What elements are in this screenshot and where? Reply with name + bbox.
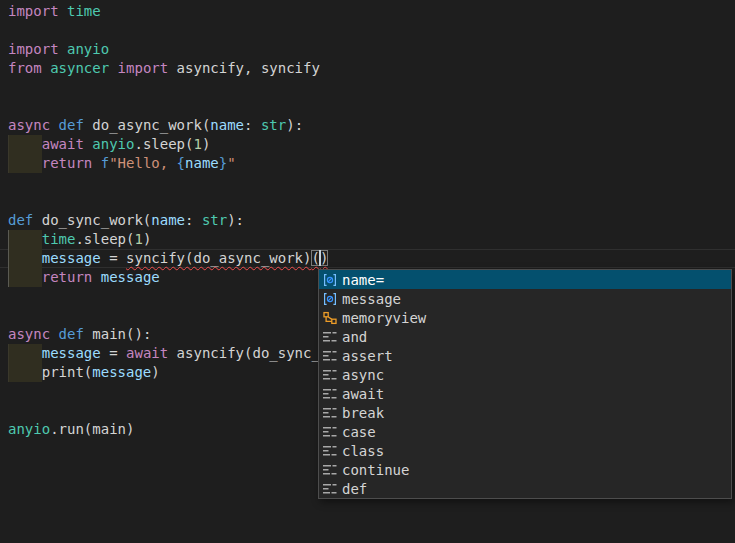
code-token: name bbox=[151, 212, 185, 228]
code-token: time bbox=[67, 3, 101, 19]
code-line[interactable]: async def do_async_work(name: str): bbox=[0, 116, 735, 135]
keyword-symbol-icon bbox=[322, 367, 338, 383]
suggest-item-case[interactable]: case bbox=[319, 422, 731, 441]
code-token: ) bbox=[143, 231, 151, 247]
code-line-text: return message bbox=[8, 269, 160, 285]
code-token: syncify(do_async_work) bbox=[126, 250, 311, 266]
code-token: def bbox=[59, 117, 84, 133]
code-token: str bbox=[202, 212, 227, 228]
code-token bbox=[42, 60, 50, 76]
code-token bbox=[8, 345, 42, 361]
keyword-symbol-icon bbox=[322, 348, 338, 364]
code-token: = bbox=[101, 345, 126, 361]
code-token: time bbox=[42, 231, 76, 247]
code-token: : bbox=[244, 117, 261, 133]
code-token: ) bbox=[202, 136, 210, 152]
code-token: message bbox=[42, 250, 101, 266]
code-token: .sleep( bbox=[75, 231, 134, 247]
code-line[interactable] bbox=[0, 97, 735, 116]
code-line-text: anyio.run(main) bbox=[8, 421, 134, 437]
code-line-text: message = await asyncify(do_sync_ bbox=[8, 345, 320, 361]
code-token: name bbox=[210, 117, 244, 133]
suggest-item-assert[interactable]: assert bbox=[319, 346, 731, 365]
suggest-item-label: await bbox=[342, 386, 384, 402]
autocomplete-dropdown: name= message memoryview and assert asyn… bbox=[318, 269, 732, 499]
code-line[interactable]: import time bbox=[0, 2, 735, 21]
code-line-text: import anyio bbox=[8, 41, 109, 57]
code-token: from bbox=[8, 60, 42, 76]
code-token bbox=[92, 155, 100, 171]
text-cursor bbox=[319, 250, 321, 266]
code-line[interactable] bbox=[0, 78, 735, 97]
code-token bbox=[92, 269, 100, 285]
code-line-text: async def do_async_work(name: str): bbox=[8, 117, 303, 133]
code-token: str bbox=[261, 117, 286, 133]
code-token: anyio bbox=[8, 421, 50, 437]
code-line[interactable] bbox=[0, 21, 735, 40]
code-token: asyncify(do_sync_ bbox=[168, 345, 320, 361]
code-token: return bbox=[42, 155, 93, 171]
suggest-item-async[interactable]: async bbox=[319, 365, 731, 384]
code-token: main(): bbox=[84, 326, 151, 342]
suggest-item-label: class bbox=[342, 443, 384, 459]
code-line[interactable] bbox=[0, 192, 735, 211]
code-line-text: time.sleep(1) bbox=[8, 231, 151, 247]
code-line[interactable]: time.sleep(1) bbox=[0, 230, 735, 249]
code-line-text: def do_sync_work(name: str): bbox=[8, 212, 244, 228]
code-token: message bbox=[92, 364, 151, 380]
code-editor[interactable]: import timeimport anyiofrom asyncer impo… bbox=[0, 0, 735, 543]
code-token: await bbox=[42, 136, 84, 152]
suggest-item-def[interactable]: def bbox=[319, 479, 731, 498]
suggest-item-await[interactable]: await bbox=[319, 384, 731, 403]
code-token: asyncer bbox=[50, 60, 109, 76]
matched-bracket: ) bbox=[320, 250, 328, 266]
suggest-item-memoryview[interactable]: memoryview bbox=[319, 308, 731, 327]
code-line[interactable]: import anyio bbox=[0, 40, 735, 59]
code-token: } bbox=[219, 155, 227, 171]
keyword-symbol-icon bbox=[322, 481, 338, 497]
code-token: import bbox=[8, 3, 59, 19]
suggest-item-label: assert bbox=[342, 348, 393, 364]
code-line-text: message = syncify(do_async_work)() bbox=[8, 250, 328, 266]
code-token: await bbox=[126, 345, 168, 361]
code-line[interactable]: def do_sync_work(name: str): bbox=[0, 211, 735, 230]
suggest-item-label: def bbox=[342, 481, 367, 497]
suggest-item-class[interactable]: class bbox=[319, 441, 731, 460]
code-line-current[interactable]: message = syncify(do_async_work)() bbox=[0, 249, 735, 268]
variable-symbol-icon bbox=[322, 272, 338, 288]
code-token: message bbox=[101, 269, 160, 285]
code-line[interactable]: return f"Hello, {name}" bbox=[0, 154, 735, 173]
suggest-item-message[interactable]: message bbox=[319, 289, 731, 308]
code-token: anyio bbox=[92, 136, 134, 152]
suggest-item-name[interactable]: name= bbox=[319, 270, 731, 289]
code-token bbox=[8, 136, 42, 152]
suggest-item-continue[interactable]: continue bbox=[319, 460, 731, 479]
suggest-item-label: name= bbox=[342, 272, 384, 288]
code-line[interactable]: await anyio.sleep(1) bbox=[0, 135, 735, 154]
suggest-item-and[interactable]: and bbox=[319, 327, 731, 346]
suggest-item-label: and bbox=[342, 329, 367, 345]
suggest-item-label: continue bbox=[342, 462, 409, 478]
code-token: : bbox=[185, 212, 202, 228]
code-token bbox=[50, 117, 58, 133]
code-line[interactable]: from asyncer import asyncify, syncify bbox=[0, 59, 735, 78]
suggest-item-break[interactable]: break bbox=[319, 403, 731, 422]
code-line[interactable] bbox=[0, 173, 735, 192]
code-token: asyncify, syncify bbox=[168, 60, 320, 76]
code-token bbox=[50, 326, 58, 342]
keyword-symbol-icon bbox=[322, 329, 338, 345]
code-line-text: await anyio.sleep(1) bbox=[8, 136, 210, 152]
keyword-symbol-icon bbox=[322, 462, 338, 478]
code-token bbox=[8, 269, 42, 285]
variable-symbol-icon bbox=[322, 291, 338, 307]
suggest-item-label: async bbox=[342, 367, 384, 383]
code-token bbox=[8, 231, 42, 247]
code-token: do_sync_work( bbox=[33, 212, 151, 228]
code-token: import bbox=[118, 60, 169, 76]
suggest-list: name= message memoryview and assert asyn… bbox=[319, 270, 731, 498]
code-token: .sleep( bbox=[134, 136, 193, 152]
keyword-symbol-icon bbox=[322, 405, 338, 421]
code-token: ) bbox=[151, 364, 159, 380]
code-token: "Hello, bbox=[109, 155, 176, 171]
code-line-text: return f"Hello, {name}" bbox=[8, 155, 236, 171]
